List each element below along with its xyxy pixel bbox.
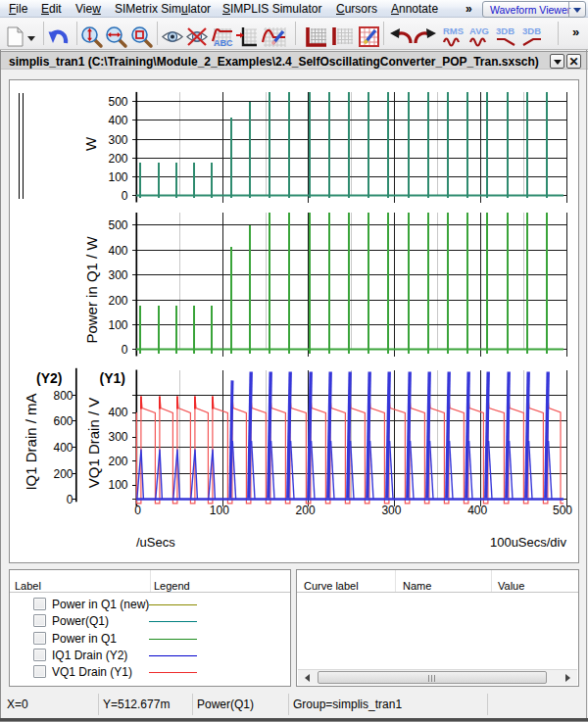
svg-text:300: 300 <box>108 430 127 444</box>
svg-text:200: 200 <box>108 455 127 468</box>
svg-text:200: 200 <box>108 294 127 308</box>
svg-text:800: 800 <box>53 389 73 403</box>
svg-text:100: 100 <box>210 504 229 517</box>
svg-text:3DB: 3DB <box>522 25 541 36</box>
svg-text:200: 200 <box>53 467 73 481</box>
svg-text:ABC: ABC <box>214 38 233 48</box>
svg-text:/uSecs: /uSecs <box>136 535 175 550</box>
svg-text:300: 300 <box>381 504 401 517</box>
svg-text:600: 600 <box>53 414 73 428</box>
svg-text:Power in Q1 / W: Power in Q1 / W <box>83 236 100 344</box>
svg-text:0: 0 <box>122 189 128 203</box>
svg-text:100uSecs/div: 100uSecs/div <box>490 535 567 550</box>
svg-text:(Y2): (Y2) <box>36 370 62 386</box>
svg-text:400: 400 <box>467 504 487 517</box>
svg-text:RMS: RMS <box>443 25 464 36</box>
svg-text:500: 500 <box>553 504 572 517</box>
svg-text:3DB: 3DB <box>496 25 514 36</box>
svg-text:300: 300 <box>108 133 127 147</box>
svg-text:100: 100 <box>108 170 127 184</box>
svg-text:400: 400 <box>108 406 127 419</box>
svg-text:AVG: AVG <box>469 25 489 36</box>
svg-text:300: 300 <box>108 268 127 282</box>
svg-text:400: 400 <box>53 441 73 455</box>
svg-text:0: 0 <box>122 343 128 357</box>
svg-text:VQ1 Drain / V: VQ1 Drain / V <box>85 398 102 489</box>
svg-text:400: 400 <box>108 244 127 258</box>
svg-text:200: 200 <box>296 504 316 517</box>
svg-text:0: 0 <box>67 493 74 506</box>
svg-text:100: 100 <box>108 478 127 492</box>
svg-text:100: 100 <box>108 318 127 332</box>
svg-text:0: 0 <box>134 504 141 517</box>
svg-text:(Y1): (Y1) <box>100 370 125 386</box>
svg-text:IQ1 Drain / mA: IQ1 Drain / mA <box>23 393 39 490</box>
svg-text:400: 400 <box>108 114 127 127</box>
svg-text:500: 500 <box>108 95 127 109</box>
svg-text:W: W <box>82 136 99 151</box>
svg-text:500: 500 <box>108 218 127 232</box>
svg-text:200: 200 <box>108 152 127 166</box>
